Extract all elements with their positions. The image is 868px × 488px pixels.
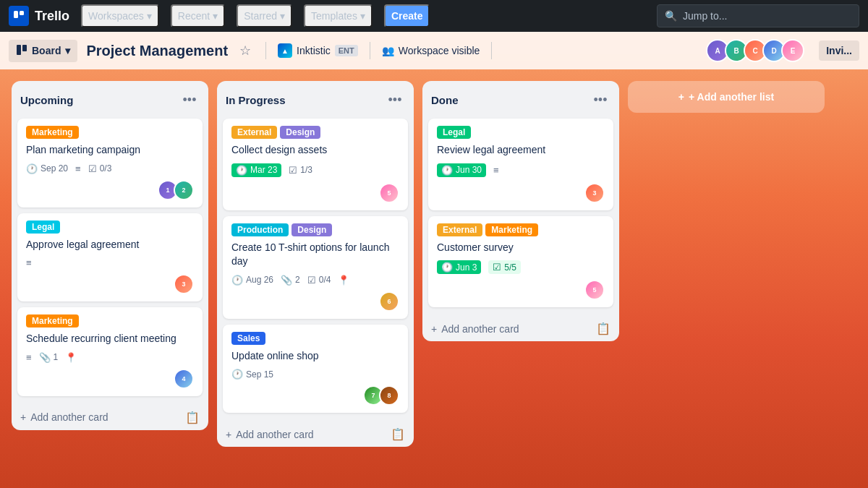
search-bar[interactable]: 🔍 Jump to... [657, 4, 859, 27]
meta-icon: 🕐 [441, 165, 453, 176]
divider3 [491, 42, 492, 59]
meta-location: 📍 [65, 352, 77, 363]
card-avatar[interactable]: 4 [174, 369, 194, 389]
meta-icon: 📍 [338, 275, 349, 286]
chevron-icon: ▾ [213, 10, 218, 22]
card-meta: ≡📎1📍 [26, 352, 194, 363]
card[interactable]: SalesUpdate online shop🕐Sep 1578 [223, 325, 408, 414]
meta-description: ≡ [493, 165, 499, 176]
card[interactable]: ExternalDesignCollect design assets🕐Mar … [223, 119, 408, 210]
card-meta: 🕐Aug 26📎2☑0/4📍 [231, 275, 399, 286]
card-tags: Legal [437, 126, 605, 139]
card-template-icon: 📋 [596, 322, 610, 335]
add-card-label: Add another card [30, 411, 108, 423]
add-card-button[interactable]: +Add another card📋 [217, 421, 414, 447]
meta-value: Sep 15 [246, 369, 273, 380]
card-avatars: 3 [584, 183, 605, 203]
member-avatars: A B C D E [706, 39, 804, 62]
card-avatar[interactable]: 3 [584, 183, 605, 203]
workspaces-nav-item[interactable]: Workspaces ▾ [81, 4, 159, 27]
meta-icon: 🕐 [441, 262, 453, 273]
add-column-label: + Add another list [689, 91, 774, 103]
board-content: Upcoming•••MarketingPlan marketing campa… [0, 69, 868, 488]
create-nav-item[interactable]: Create [384, 4, 430, 27]
chevron-icon: ▾ [147, 10, 152, 22]
card-footer: 3 [26, 274, 194, 294]
add-column-button[interactable]: ++ Add another list [628, 81, 825, 113]
meta-icon: ☑ [307, 275, 316, 286]
card-tags: ExternalMarketing [437, 223, 605, 236]
avatar[interactable]: E [781, 39, 804, 62]
svg-rect-3 [22, 45, 27, 51]
meta-description: ≡ [26, 257, 32, 268]
board-view-button[interactable]: Board ▾ [9, 40, 77, 62]
card-tags: Sales [231, 332, 399, 345]
card-avatar[interactable]: 6 [379, 291, 399, 312]
card-meta: ≡ [26, 257, 194, 268]
meta-value: 0/3 [100, 163, 112, 174]
card-avatars: 6 [379, 291, 399, 312]
ent-badge: ENT [335, 45, 358, 56]
trello-logo[interactable]: Trello [9, 6, 69, 26]
meta-icon: 🕐 [231, 369, 243, 380]
visibility-tag[interactable]: 👥 Workspace visible [382, 45, 480, 56]
meta-location: 📍 [338, 275, 349, 286]
card-title: Plan marketing campaign [26, 143, 194, 158]
card[interactable]: LegalReview legal agreement🕐Jun 30≡3 [428, 119, 613, 210]
card-avatars: 5 [584, 280, 605, 300]
starred-nav-item[interactable]: Starred ▾ [237, 4, 292, 27]
card[interactable]: ExternalMarketingCustomer survey🕐Jun 3☑5… [428, 216, 613, 308]
card-tag: Legal [437, 126, 471, 139]
column-menu-button[interactable]: ••• [385, 90, 405, 110]
column-header: Upcoming••• [12, 81, 208, 116]
workspace-tag[interactable]: ▲ Inktistic ENT [278, 43, 358, 58]
card-template-icon: 📋 [185, 411, 200, 424]
card-avatar[interactable]: 2 [174, 180, 194, 200]
templates-nav-item[interactable]: Templates ▾ [304, 4, 373, 27]
logo-icon [9, 6, 29, 26]
card-title: Update online shop [231, 349, 399, 364]
card-meta: 🕐Jun 30≡ [437, 163, 605, 177]
card-footer: 5 [231, 183, 399, 203]
card-avatar[interactable]: 5 [584, 280, 605, 300]
meta-attachment: 📎2 [281, 275, 300, 286]
card-footer: 4 [26, 369, 194, 389]
star-button[interactable]: ☆ [237, 40, 254, 61]
meta-checklist-green: ☑5/5 [488, 260, 521, 274]
column-menu-button[interactable]: ••• [590, 90, 610, 110]
meta-icon: 📎 [39, 352, 51, 363]
recent-nav-item[interactable]: Recent ▾ [171, 4, 225, 27]
cards-container: ExternalDesignCollect design assets🕐Mar … [217, 116, 414, 421]
card-avatar[interactable]: 8 [379, 385, 399, 406]
add-card-button[interactable]: +Add another card📋 [12, 405, 208, 430]
meta-checklist: ☑1/3 [289, 165, 312, 176]
column-header: In Progress••• [217, 81, 414, 116]
card-tag: External [437, 223, 482, 236]
card[interactable]: MarketingSchedule recurring client meeti… [17, 307, 203, 396]
card-footer: 3 [437, 183, 605, 203]
card[interactable]: LegalApprove legal agreement≡3 [17, 213, 203, 302]
meta-checklist: ☑0/3 [88, 163, 112, 174]
board-icon [16, 44, 27, 58]
card-avatar[interactable]: 3 [174, 274, 194, 294]
card-meta: 🕐Sep 20≡☑0/3 [26, 163, 194, 174]
card-avatar[interactable]: 5 [379, 183, 399, 203]
board-header: Board ▾ Project Management ☆ ▲ Inktistic… [0, 32, 868, 69]
invite-button[interactable]: Invi... [819, 40, 859, 61]
card-footer: 5 [437, 280, 605, 300]
card-tag: External [231, 126, 277, 139]
card[interactable]: MarketingPlan marketing campaign🕐Sep 20≡… [17, 119, 203, 207]
card-tags: ProductionDesign [231, 223, 399, 236]
meta-date-green: 🕐Mar 23 [231, 163, 281, 177]
add-card-button[interactable]: +Add another card📋 [422, 316, 619, 341]
card-tag: Sales [231, 332, 265, 345]
column-menu-button[interactable]: ••• [179, 90, 200, 110]
column-header: Done••• [422, 81, 619, 116]
card-avatars: 4 [174, 369, 194, 389]
meta-value: 5/5 [504, 262, 516, 273]
meta-description: ≡ [75, 163, 81, 174]
card-footer: 78 [231, 385, 399, 406]
card[interactable]: ProductionDesignCreate 10 T-shirt option… [223, 216, 408, 319]
card-title: Approve legal agreement [26, 238, 194, 252]
card-footer: 12 [26, 180, 194, 200]
